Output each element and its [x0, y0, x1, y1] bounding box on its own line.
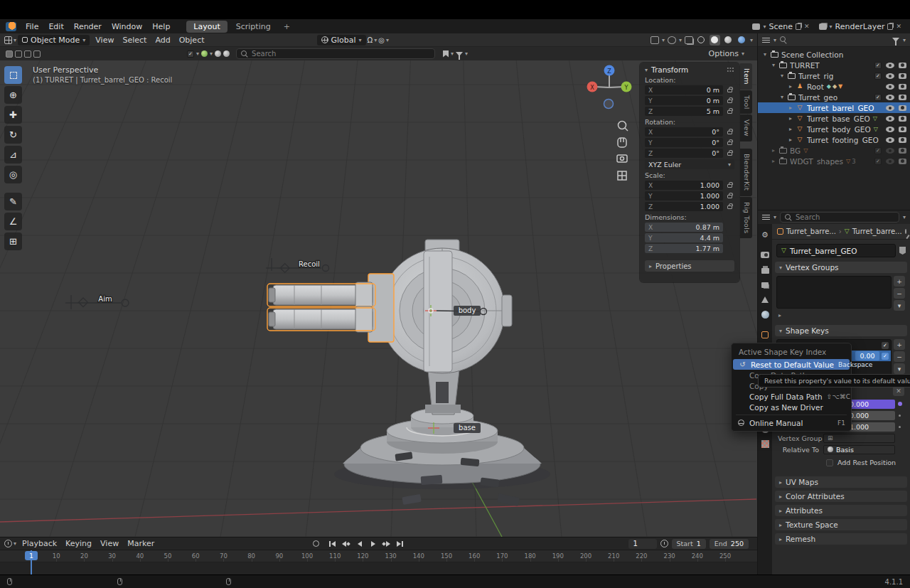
- vertex-groups-header[interactable]: ▾ Vertex Groups: [775, 262, 907, 273]
- material-preview-icon[interactable]: [201, 50, 208, 57]
- use-preview-range-icon[interactable]: [660, 540, 668, 547]
- range-min-decorator[interactable]: [895, 415, 904, 417]
- eye-icon[interactable]: [886, 73, 894, 79]
- chevron-right-icon[interactable]: ▸: [786, 115, 795, 122]
- outliner-row-turret-rig[interactable]: ▾Turret_rig✓: [758, 70, 910, 81]
- camera-icon[interactable]: [899, 95, 906, 100]
- properties-tab-object[interactable]: [758, 327, 772, 342]
- viewport-toggle-icon[interactable]: [215, 50, 221, 57]
- chevron-down-icon[interactable]: ▾: [774, 214, 776, 220]
- lock-icon[interactable]: [725, 140, 734, 145]
- viewport-menu-add[interactable]: Add: [151, 35, 174, 46]
- sidebar-tab-item[interactable]: Item: [740, 63, 752, 90]
- transform-panel-header[interactable]: ▾ Transform: [645, 65, 734, 74]
- lock-icon[interactable]: [725, 193, 734, 198]
- shading-rendered-button[interactable]: [737, 35, 747, 46]
- outliner-row-scene-collection[interactable]: ▾Scene Collection: [758, 49, 910, 60]
- outliner-row-turret-base-geo[interactable]: ▸▽Turret_base_GEO▽: [758, 113, 910, 124]
- options-dropdown[interactable]: Options ▾: [709, 49, 744, 58]
- datablock-name-field[interactable]: ▽ Turret_barrel_GEO: [776, 244, 896, 257]
- shape-key-value[interactable]: 0.00: [855, 351, 879, 360]
- cursor-tool-button[interactable]: ⊕: [4, 86, 22, 104]
- camera-icon[interactable]: [899, 63, 906, 68]
- vertex-group-specials-button[interactable]: ▾: [894, 300, 905, 311]
- mouse-left-icon[interactable]: [7, 578, 12, 585]
- mode-dropdown[interactable]: Object Mode ▾: [18, 35, 90, 46]
- value-decorator[interactable]: [895, 402, 904, 406]
- sidebar-tab-blenderkit[interactable]: BlenderKit: [740, 149, 752, 196]
- menubar-menu-render[interactable]: Render: [69, 21, 107, 33]
- remove-shape-key-button[interactable]: −: [894, 351, 905, 362]
- chevron-down-icon[interactable]: ▾: [196, 50, 199, 57]
- vertex-groups-list[interactable]: [776, 276, 892, 309]
- timeline-editor-icon[interactable]: [4, 540, 12, 547]
- selectability-filter-icon[interactable]: ✓: [187, 50, 194, 58]
- viewport-menu-select[interactable]: Select: [118, 35, 151, 46]
- timeline-ruler-scale[interactable]: 1020304050607080901001101201301401501601…: [0, 550, 757, 562]
- viewport-search[interactable]: [236, 48, 435, 59]
- blender-logo-icon[interactable]: [6, 22, 16, 31]
- viewport-search-input[interactable]: [252, 50, 430, 58]
- shape-key-checkbox[interactable]: ✓: [882, 353, 889, 360]
- auto-keying-icon[interactable]: [313, 540, 319, 547]
- chevron-down-icon[interactable]: ▾: [903, 214, 906, 220]
- aim-widget[interactable]: [65, 295, 129, 309]
- timeline-menu-marker[interactable]: Marker: [123, 538, 159, 549]
- properties-tab-scene[interactable]: [758, 292, 772, 307]
- properties-tab-output[interactable]: [758, 262, 772, 277]
- context-menu-item-online-manual[interactable]: Online ManualF1: [732, 417, 851, 428]
- timeline-menu-keying[interactable]: Keying: [61, 538, 96, 549]
- rotate-tool-button[interactable]: ↻: [4, 126, 22, 144]
- panel-color-attributes[interactable]: ▸Color Attributes: [775, 491, 907, 502]
- properties-editor-icon[interactable]: [762, 214, 770, 220]
- eye-closed-icon[interactable]: [886, 148, 894, 154]
- lock-icon[interactable]: [725, 183, 734, 188]
- lock-icon[interactable]: [725, 151, 734, 156]
- add-rest-position-checkbox[interactable]: [826, 459, 833, 466]
- transform-field-scale-y[interactable]: Y1.000: [645, 191, 723, 201]
- transform-field-location-z[interactable]: Z5 m: [645, 107, 723, 116]
- outliner-row-root[interactable]: ▸♟Root◆◆▼: [758, 81, 910, 92]
- chevron-down-icon[interactable]: ▾: [903, 37, 906, 43]
- shape-key-specials-button[interactable]: ▾: [894, 363, 905, 374]
- chevron-down-icon[interactable]: ▾: [750, 37, 753, 43]
- panel-remesh[interactable]: ▸Remesh: [775, 533, 907, 545]
- chevron-down-icon[interactable]: ▾: [465, 50, 468, 57]
- eye-icon[interactable]: [886, 137, 894, 143]
- transform-field-location-x[interactable]: X0 m: [645, 85, 723, 95]
- transform-field-scale-z[interactable]: Z1.000: [645, 202, 723, 211]
- shading-solid-button[interactable]: [710, 35, 720, 46]
- menubar-menu-help[interactable]: Help: [147, 21, 175, 33]
- outliner-row-turret-geo[interactable]: ▾Turret_geo✓: [758, 92, 910, 102]
- prev-keyframe-button[interactable]: [340, 539, 352, 549]
- checkbox-icon[interactable]: ✓: [874, 158, 882, 165]
- eye-icon[interactable]: [886, 105, 894, 111]
- scene-selector[interactable]: ▾ Scene ✕: [749, 21, 812, 32]
- viewport-3d[interactable]: Recoil Aim body base Z X Y ⊕✚↻⊿◎✎∠⊞: [0, 60, 757, 537]
- search-icon[interactable]: [780, 36, 787, 43]
- view-layer-name[interactable]: RenderLayer: [835, 22, 885, 31]
- context-menu-item-copy-as-new-driver[interactable]: Copy as New Driver: [732, 402, 851, 412]
- layout-square-icon[interactable]: [33, 50, 41, 58]
- outliner-row-turret-footing-geo[interactable]: ▸▽Turret_footing_GEO: [758, 134, 910, 145]
- remove-vertex-group-button[interactable]: −: [894, 288, 905, 299]
- panel-grip-icon[interactable]: [727, 67, 734, 73]
- view-layer-selector[interactable]: ▾ RenderLayer ✕: [816, 21, 904, 32]
- measure-tool-button[interactable]: ∠: [4, 213, 22, 230]
- panel-attributes[interactable]: ▸Attributes: [775, 505, 907, 516]
- breadcrumb-data[interactable]: Turret_barre...: [852, 228, 902, 235]
- properties-collapsed-panel[interactable]: ▸ Properties: [645, 260, 734, 272]
- pin-icon[interactable]: [905, 229, 906, 234]
- transform-field-rotation-y[interactable]: Y0°: [645, 138, 723, 147]
- transform-field-dimensions-x[interactable]: X0.87 m: [645, 223, 723, 232]
- max-decorator[interactable]: [895, 426, 904, 428]
- gizmo-z-negative-axis[interactable]: [604, 100, 614, 109]
- current-frame-field[interactable]: 1: [628, 539, 657, 549]
- chevron-down-icon[interactable]: ▾: [374, 37, 377, 43]
- camera-icon[interactable]: [899, 159, 906, 164]
- menubar-menu-window[interactable]: Window: [107, 21, 147, 33]
- add-cube-tool-button[interactable]: ⊞: [4, 232, 22, 250]
- viewport-toggle-icon[interactable]: [223, 50, 230, 57]
- bookmark-icon[interactable]: [443, 50, 449, 58]
- lock-icon[interactable]: [725, 87, 734, 92]
